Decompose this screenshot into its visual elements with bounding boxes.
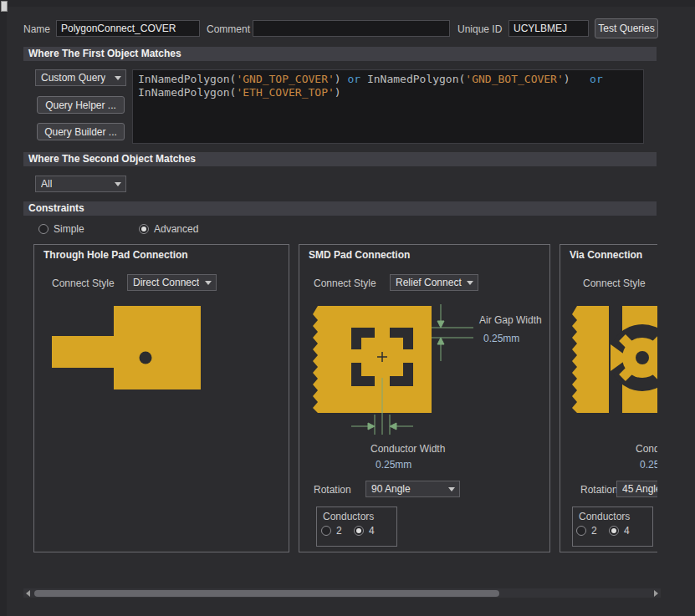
smd-rotation-dropdown[interactable]: 90 Angle [365, 481, 460, 497]
via-connect-style-label: Connect Style [583, 277, 646, 289]
window-top-edge [0, 0, 695, 7]
via-hole [636, 351, 649, 364]
arrow-left-icon [26, 590, 30, 597]
radio-selected-icon [139, 224, 149, 234]
query-editor[interactable]: InNamedPolygon('GND_TOP_COVER') or InNam… [132, 69, 644, 144]
chevron-down-icon [467, 281, 473, 285]
copper-polygon-shape [52, 306, 201, 389]
simple-mode-radio[interactable]: Simple [38, 223, 84, 235]
unique-id-input[interactable] [508, 20, 589, 37]
query-token [570, 73, 590, 85]
first-object-section-header: Where The First Object Matches [23, 47, 657, 61]
smd-conductors-2-label: 2 [336, 525, 342, 537]
through-hole-connect-style-label: Connect Style [52, 277, 115, 289]
comment-input[interactable] [253, 20, 450, 37]
query-helper-button[interactable]: Query Helper ... [37, 96, 125, 114]
query-token: or [347, 73, 360, 85]
name-input[interactable] [56, 20, 200, 37]
horizontal-scrollbar-thumb[interactable] [34, 590, 499, 597]
smd-conductors-label: Conductors [323, 511, 374, 522]
second-object-section-header: Where The Second Object Matches [23, 152, 657, 166]
radio-icon [576, 526, 586, 536]
query-text: InNamedPolygon('GND_TOP_COVER') or InNam… [138, 73, 603, 99]
copper-polygon-strip [572, 306, 609, 413]
first-object-scope-value: Custom Query [41, 72, 105, 84]
radio-icon [38, 224, 49, 234]
via-conductors-4-radio[interactable]: 4 [609, 525, 630, 537]
chevron-down-icon [115, 76, 121, 80]
advanced-mode-label: Advanced [154, 223, 198, 235]
scroll-left-button[interactable] [23, 588, 33, 598]
chevron-down-icon [115, 182, 121, 186]
second-object-scope-dropdown[interactable]: All [35, 176, 126, 192]
via-conductors-2-radio[interactable]: 2 [576, 525, 597, 537]
query-token: InNamedPolygon( [138, 73, 236, 85]
unique-id-label: Unique ID [457, 23, 502, 35]
query-token: InNamedPolygon( [138, 86, 236, 99]
via-title: Via Connection [570, 249, 642, 261]
query-token: ) [564, 73, 570, 85]
smd-connect-style-dropdown[interactable]: Relief Connect [390, 274, 478, 291]
constraints-viewport: Through Hole Pad Connection Connect Styl… [23, 244, 657, 562]
name-label: Name [23, 23, 50, 35]
scroll-right-button[interactable] [652, 588, 661, 598]
query-token: or [590, 73, 603, 85]
comment-label: Comment [207, 23, 250, 35]
arrow-right-icon [654, 590, 658, 597]
air-gap-width-value: 0.25mm [483, 333, 519, 344]
via-conductor-width-label: Conductor Width [636, 443, 657, 455]
through-hole-connect-style-value: Direct Connect [133, 277, 199, 288]
via-relief-connect-graphic [567, 303, 657, 420]
smd-rotation-label: Rotation [314, 484, 351, 496]
radio-selected-icon [609, 526, 619, 536]
smd-conductor-width-label: Conductor Width [370, 443, 445, 455]
second-object-scope-value: All [41, 178, 52, 190]
via-conductor-width-value: 0.25mm [640, 459, 657, 471]
advanced-mode-radio[interactable]: Advanced [139, 223, 198, 235]
query-token: 'GND_BOT_COVER' [465, 73, 563, 85]
smd-conductor-width-value: 0.25mm [376, 459, 411, 471]
query-builder-button[interactable]: Query Builder ... [37, 123, 125, 140]
first-object-scope-dropdown[interactable]: Custom Query [35, 69, 126, 86]
simple-mode-label: Simple [54, 223, 84, 235]
parent-window-fragment [1, 1, 8, 12]
relief-connect-graphic [306, 303, 486, 441]
constraints-section-header: Constraints [23, 201, 657, 216]
via-conductors-4-label: 4 [624, 525, 630, 537]
via-conductors-2-label: 2 [591, 525, 597, 537]
chevron-down-icon [448, 487, 455, 491]
test-queries-button[interactable]: Test Queries [595, 18, 658, 38]
smd-title: SMD Pad Connection [309, 249, 410, 261]
smd-conductors-2-radio[interactable]: 2 [321, 525, 342, 537]
smd-conductors-4-radio[interactable]: 4 [354, 525, 375, 537]
query-token: 'GND_TOP_COVER' [236, 73, 334, 85]
query-token: ) [335, 73, 348, 85]
via-rotation-label: Rotation [580, 484, 618, 496]
smd-conductors-4-label: 4 [369, 525, 375, 537]
smd-rotation-value: 90 Angle [371, 483, 411, 495]
via-rotation-dropdown[interactable]: 45 Angle [616, 481, 657, 497]
air-gap-width-label: Air Gap Width [479, 314, 542, 326]
via-rotation-value: 45 Angle [622, 483, 657, 495]
window-left-edge [0, 0, 7, 616]
chevron-down-icon [205, 281, 212, 285]
through-hole-connect-style-dropdown[interactable]: Direct Connect [127, 274, 217, 291]
radio-icon [321, 526, 331, 536]
query-token: ) [335, 86, 341, 99]
via-conductors-label: Conductors [579, 511, 630, 522]
smd-connect-style-label: Connect Style [314, 277, 376, 289]
query-token: 'ETH_COVER_TOP' [236, 86, 334, 99]
smd-connect-style-value: Relief Connect [396, 277, 462, 288]
query-token: InNamedPolygon( [360, 73, 465, 85]
through-hole-title: Through Hole Pad Connection [43, 249, 188, 261]
radio-selected-icon [354, 526, 364, 536]
direct-connect-graphic [49, 303, 216, 396]
pad-hole [140, 352, 152, 364]
